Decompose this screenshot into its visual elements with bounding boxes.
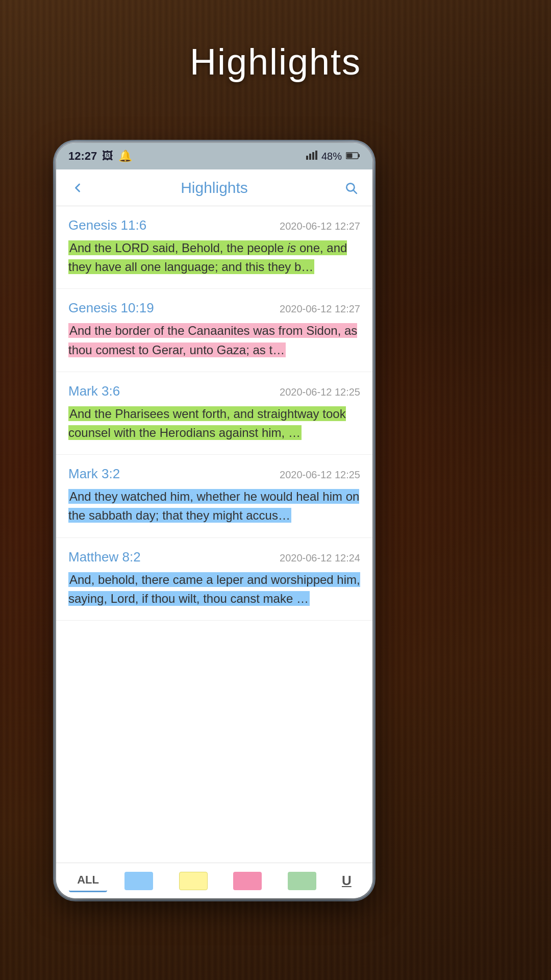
- battery-icon: [346, 151, 360, 162]
- tab-blue[interactable]: [116, 868, 161, 894]
- status-bar: 12:27 🖼 🔔 48%: [56, 143, 372, 169]
- header-title: Highlights: [89, 179, 340, 197]
- tab-pink[interactable]: [225, 868, 270, 894]
- verse-reference: Matthew 8:2: [68, 549, 141, 565]
- highlighted-text: And the LORD said, Behold, the people is…: [68, 240, 347, 274]
- svg-rect-5: [358, 154, 360, 157]
- verse-text: And they watched him, whether he would h…: [68, 487, 360, 525]
- item-header: Mark 3:6 2020-06-12 12:25: [68, 383, 360, 399]
- svg-rect-1: [309, 154, 311, 160]
- app-header: Highlights: [56, 169, 372, 206]
- verse-reference: Mark 3:6: [68, 383, 120, 399]
- list-item[interactable]: Mark 3:6 2020-06-12 12:25 And the Pharis…: [56, 372, 372, 455]
- tab-all-label: ALL: [77, 873, 99, 887]
- verse-text: And, behold, there came a leper and wors…: [68, 570, 360, 608]
- verse-date: 2020-06-12 12:27: [280, 220, 360, 232]
- yellow-swatch: [179, 872, 208, 890]
- verse-text: And the border of the Canaanites was fro…: [68, 321, 360, 359]
- status-notification-icon: 🔔: [118, 150, 132, 163]
- status-photo-icon: 🖼: [102, 150, 113, 163]
- pink-swatch: [233, 872, 262, 890]
- page-title: Highlights: [0, 41, 551, 83]
- list-item[interactable]: Genesis 10:19 2020-06-12 12:27 And the b…: [56, 289, 372, 372]
- phone-frame: 12:27 🖼 🔔 48%: [56, 143, 372, 898]
- svg-rect-3: [315, 151, 317, 160]
- highlighted-text: And they watched him, whether he would h…: [68, 489, 359, 523]
- highlighted-text: And the border of the Canaanites was fro…: [68, 323, 357, 357]
- blue-swatch: [124, 872, 153, 890]
- status-left: 12:27 🖼 🔔: [68, 150, 132, 163]
- svg-rect-0: [306, 156, 308, 160]
- verse-date: 2020-06-12 12:25: [280, 469, 360, 481]
- list-item[interactable]: Mark 3:2 2020-06-12 12:25 And they watch…: [56, 455, 372, 537]
- underline-label: U: [342, 873, 352, 889]
- verse-text: And the Pharisees went forth, and straig…: [68, 404, 360, 442]
- tab-yellow[interactable]: [171, 868, 216, 894]
- verse-reference: Genesis 11:6: [68, 217, 146, 233]
- highlighted-text: And, behold, there came a leper and wors…: [68, 572, 360, 606]
- verse-reference: Genesis 10:19: [68, 300, 154, 316]
- verse-date: 2020-06-12 12:27: [280, 303, 360, 315]
- search-button[interactable]: [340, 177, 362, 199]
- svg-line-8: [354, 190, 357, 193]
- verse-text: And the LORD said, Behold, the people is…: [68, 238, 360, 276]
- status-time: 12:27: [68, 150, 97, 163]
- tab-all[interactable]: ALL: [69, 869, 107, 892]
- signal-icon: [306, 151, 317, 162]
- highlights-list: Genesis 11:6 2020-06-12 12:27 And the LO…: [56, 206, 372, 863]
- bottom-tab-bar: ALL U: [56, 863, 372, 898]
- tab-green[interactable]: [280, 868, 324, 894]
- back-button[interactable]: [66, 177, 89, 199]
- list-item[interactable]: Genesis 11:6 2020-06-12 12:27 And the LO…: [56, 206, 372, 289]
- status-right: 48%: [306, 151, 360, 162]
- item-header: Genesis 10:19 2020-06-12 12:27: [68, 300, 360, 316]
- svg-rect-6: [347, 153, 353, 158]
- highlighted-text: And the Pharisees went forth, and straig…: [68, 406, 346, 440]
- battery-level: 48%: [321, 151, 342, 162]
- tab-underline[interactable]: U: [334, 869, 360, 893]
- verse-date: 2020-06-12 12:25: [280, 386, 360, 398]
- item-header: Matthew 8:2 2020-06-12 12:24: [68, 549, 360, 565]
- svg-rect-2: [312, 152, 314, 160]
- green-swatch: [288, 872, 316, 890]
- verse-reference: Mark 3:2: [68, 466, 120, 482]
- list-item[interactable]: Matthew 8:2 2020-06-12 12:24 And, behold…: [56, 538, 372, 621]
- verse-date: 2020-06-12 12:24: [280, 552, 360, 564]
- item-header: Genesis 11:6 2020-06-12 12:27: [68, 217, 360, 233]
- item-header: Mark 3:2 2020-06-12 12:25: [68, 466, 360, 482]
